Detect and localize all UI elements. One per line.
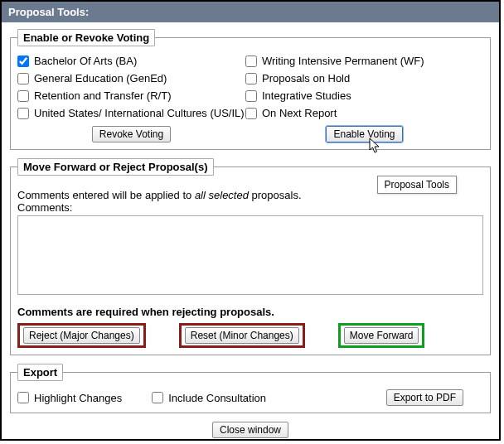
move-legend: Move Forward or Reject Proposal(s): [17, 158, 214, 176]
voting-checkbox-ba[interactable]: [17, 56, 29, 67]
voting-label: General Education (GenEd): [34, 72, 167, 84]
forward-button-frame: Move Forward: [338, 323, 425, 348]
action-buttons-row: Reject (Major Changes) Reset (Minor Chan…: [17, 323, 483, 348]
voting-label: Integrative Studies: [262, 89, 351, 102]
voting-option-nextreport[interactable]: On Next Report: [245, 107, 483, 119]
voting-label: Bachelor Of Arts (BA): [34, 55, 137, 67]
move-fieldset: Move Forward or Reject Proposal(s) Propo…: [10, 158, 491, 355]
instr-italic: all selected: [195, 189, 249, 201]
window-content: Enable or Revoke Voting Bachelor Of Arts…: [2, 22, 499, 441]
required-note: Comments are required when rejecting pro…: [17, 306, 483, 318]
voting-options-grid: Bachelor Of Arts (BA) Writing Intensive …: [17, 55, 483, 119]
voting-option-onhold[interactable]: Proposals on Hold: [245, 72, 483, 84]
highlight-changes-option[interactable]: Highlight Changes: [17, 392, 122, 404]
export-legend: Export: [17, 364, 63, 381]
voting-checkbox-onhold[interactable]: [245, 73, 257, 84]
voting-option-gened[interactable]: General Education (GenEd): [17, 72, 245, 84]
voting-label: Proposals on Hold: [262, 72, 350, 84]
voting-label: United States/ International Cultures (U…: [34, 107, 245, 119]
voting-option-usil[interactable]: United States/ International Cultures (U…: [17, 107, 245, 119]
enable-voting-button[interactable]: Enable Voting: [326, 126, 402, 142]
export-row: Highlight Changes Include Consultation E…: [17, 389, 483, 406]
voting-checkbox-rt[interactable]: [17, 90, 29, 102]
reset-minor-button[interactable]: Reset (Minor Changes): [185, 327, 299, 344]
voting-fieldset: Enable or Revoke Voting Bachelor Of Arts…: [10, 29, 491, 150]
voting-button-row: Revoke Voting Enable Voting: [17, 126, 483, 142]
voting-checkbox-nextreport[interactable]: [245, 108, 257, 119]
voting-label: Writing Intensive Permanent (WF): [262, 55, 424, 67]
export-pdf-button[interactable]: Export to PDF: [386, 389, 463, 406]
reset-button-frame: Reset (Minor Changes): [179, 323, 305, 348]
include-consultation-label: Include Consultation: [168, 392, 266, 404]
proposal-tools-tooltip: Proposal Tools: [377, 176, 458, 194]
move-forward-button[interactable]: Move Forward: [344, 327, 419, 344]
close-window-button[interactable]: Close window: [212, 422, 288, 438]
voting-checkbox-integrative[interactable]: [245, 90, 257, 102]
export-fieldset: Export Highlight Changes Include Consult…: [10, 364, 491, 413]
voting-option-wf[interactable]: Writing Intensive Permanent (WF): [245, 55, 483, 67]
reject-major-button[interactable]: Reject (Major Changes): [23, 327, 140, 344]
revoke-voting-button[interactable]: Revoke Voting: [92, 126, 171, 142]
instr-prefix: Comments entered will be applied to: [17, 189, 195, 201]
window-title: Proposal Tools:: [2, 2, 499, 22]
comments-label: Comments:: [17, 201, 483, 214]
voting-checkbox-gened[interactable]: [17, 73, 29, 84]
highlight-changes-checkbox[interactable]: [17, 392, 29, 403]
voting-label: Retention and Transfer (R/T): [34, 89, 171, 102]
include-consultation-checkbox[interactable]: [152, 392, 163, 403]
footer: Close window: [10, 422, 491, 438]
proposal-tools-window: Proposal Tools: Enable or Revoke Voting …: [0, 0, 501, 441]
include-consultation-option[interactable]: Include Consultation: [152, 392, 266, 404]
voting-checkbox-wf[interactable]: [245, 56, 257, 67]
voting-label: On Next Report: [262, 107, 337, 119]
voting-option-integrative[interactable]: Integrative Studies: [245, 89, 483, 102]
voting-checkbox-usil[interactable]: [17, 108, 29, 119]
voting-legend: Enable or Revoke Voting: [17, 29, 155, 46]
instr-suffix: proposals.: [249, 189, 302, 201]
highlight-changes-label: Highlight Changes: [34, 392, 122, 404]
reject-button-frame: Reject (Major Changes): [17, 323, 146, 348]
voting-option-ba[interactable]: Bachelor Of Arts (BA): [17, 55, 245, 67]
comments-textarea[interactable]: [17, 215, 483, 295]
voting-option-rt[interactable]: Retention and Transfer (R/T): [17, 89, 245, 102]
